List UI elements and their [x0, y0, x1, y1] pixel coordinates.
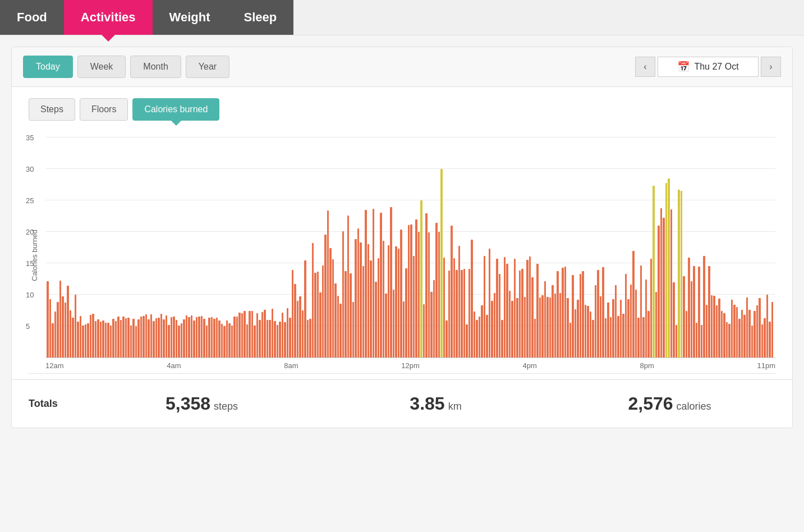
bar: [132, 319, 135, 357]
bar: [85, 324, 87, 357]
calories-unit: calories: [677, 401, 711, 412]
bar: [418, 232, 420, 357]
bar: [691, 281, 693, 357]
bar: [529, 256, 531, 357]
nav-activities[interactable]: Activities: [64, 0, 153, 35]
bar: [102, 320, 104, 357]
bar: [408, 225, 410, 357]
nav-sleep[interactable]: Sleep: [227, 0, 294, 35]
bar: [637, 318, 640, 357]
bar: [531, 277, 534, 357]
tab-calories-burned[interactable]: Calories burned: [132, 98, 219, 121]
bar: [769, 322, 771, 357]
bar: [59, 281, 62, 357]
bar: [726, 322, 728, 357]
bar: [751, 325, 754, 357]
bar: [425, 213, 428, 357]
bar: [456, 270, 458, 357]
bar: [403, 301, 405, 357]
period-year[interactable]: Year: [186, 56, 229, 78]
period-week[interactable]: Week: [77, 56, 126, 78]
bar: [597, 270, 599, 357]
bar: [567, 298, 569, 357]
bar: [681, 191, 683, 357]
bar: [771, 302, 774, 357]
bar: [127, 318, 130, 357]
bar: [420, 200, 422, 357]
bar: [344, 271, 347, 357]
next-date-button[interactable]: ›: [761, 57, 781, 77]
bar: [708, 266, 710, 357]
bar: [461, 270, 463, 357]
bar: [506, 264, 508, 357]
total-steps: 5,358 steps: [96, 393, 307, 414]
prev-date-button[interactable]: ‹: [635, 57, 655, 77]
bar: [150, 314, 153, 357]
bar: [509, 291, 511, 357]
bar: [385, 293, 387, 357]
bar: [698, 267, 700, 357]
bar: [327, 210, 329, 357]
bar: [640, 265, 642, 357]
bar: [435, 223, 438, 357]
nav-food[interactable]: Food: [0, 0, 64, 35]
bar: [334, 283, 337, 357]
bar: [463, 269, 466, 357]
bar: [564, 267, 567, 357]
bar: [658, 226, 660, 357]
bar: [107, 323, 109, 357]
bar: [733, 305, 736, 357]
bar: [383, 241, 385, 357]
chart-grid: 5101520253035: [45, 137, 775, 358]
calories-value: 2,576: [628, 393, 673, 414]
bar: [272, 309, 274, 357]
bar: [728, 324, 731, 357]
bar: [632, 251, 635, 357]
bar: [226, 320, 228, 357]
bar: [607, 302, 609, 357]
bar: [398, 249, 400, 357]
bar: [289, 318, 291, 357]
x-label: 11pm: [757, 361, 775, 370]
bar: [208, 318, 210, 357]
period-today[interactable]: Today: [23, 56, 73, 78]
bar: [678, 190, 680, 357]
bar: [92, 314, 94, 357]
bar: [706, 305, 708, 357]
bar: [390, 207, 392, 357]
tab-floors[interactable]: Floors: [80, 98, 128, 121]
bar: [653, 186, 655, 357]
bar: [125, 318, 127, 357]
bar: [337, 296, 339, 357]
bar: [723, 313, 725, 357]
current-date-display: 📅 Thu 27 Oct: [658, 57, 759, 77]
bar: [256, 313, 259, 357]
bar: [168, 325, 170, 357]
bar: [342, 231, 344, 357]
bar: [355, 239, 357, 357]
bar: [748, 310, 751, 357]
totals-bar: Totals 5,358 steps 3.85 km 2,576 calorie…: [12, 379, 792, 428]
chart-inner: 5101520253035 12am4am8am12pm4pm8pm11pm: [45, 137, 775, 373]
bar: [181, 323, 183, 357]
period-month[interactable]: Month: [130, 56, 181, 78]
bar: [630, 285, 632, 357]
bar: [615, 285, 617, 357]
bar: [693, 266, 695, 357]
date-navigator: ‹ 📅 Thu 27 Oct ›: [635, 57, 781, 77]
bar: [97, 319, 99, 357]
bar: [370, 260, 372, 357]
y-label: 25: [26, 196, 34, 205]
bar: [738, 319, 741, 357]
y-label: 5: [26, 322, 30, 331]
tab-steps[interactable]: Steps: [29, 98, 75, 121]
bar: [395, 246, 397, 357]
bar: [746, 297, 748, 357]
nav-weight[interactable]: Weight: [153, 0, 227, 35]
bar: [171, 317, 173, 357]
bar: [471, 240, 473, 357]
bar: [617, 316, 619, 357]
bar: [322, 265, 324, 357]
bar: [223, 326, 226, 357]
bar: [294, 284, 296, 357]
